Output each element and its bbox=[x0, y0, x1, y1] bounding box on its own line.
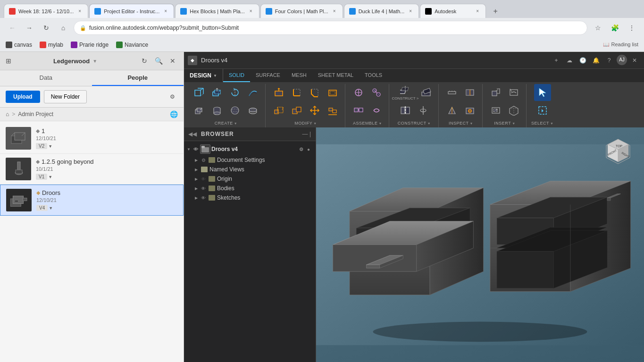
align-tool[interactable] bbox=[324, 102, 341, 119]
extension-button[interactable]: 🧩 bbox=[608, 21, 621, 34]
modify-dropdown-icon[interactable]: ▼ bbox=[313, 122, 317, 125]
history-icon[interactable]: 🕐 bbox=[577, 55, 588, 66]
insert-dropdown-icon[interactable]: ▼ bbox=[512, 122, 515, 125]
tab-hex-blocks[interactable]: Hex Blocks | Math Pla... × bbox=[175, 4, 259, 18]
cylinder-tool[interactable] bbox=[209, 102, 226, 119]
version-dropdown-icon[interactable]: ▼ bbox=[49, 206, 53, 210]
offset-plane-tool[interactable]: CONSTRUCT > bbox=[394, 84, 417, 101]
tab-people[interactable]: People bbox=[92, 70, 184, 86]
tree-item[interactable]: ▶ ⚙ Document Settings bbox=[184, 155, 316, 165]
visibility-icon[interactable]: 👁 bbox=[200, 185, 207, 192]
scale-tool[interactable] bbox=[270, 102, 287, 119]
home-button[interactable]: ⌂ bbox=[57, 21, 70, 34]
search-button[interactable]: 🔍 bbox=[153, 56, 164, 66]
select-tool[interactable] bbox=[534, 84, 551, 101]
list-item[interactable]: ◆ 1.2.5 going beyond 10/1/21 V1 ▼ bbox=[0, 154, 184, 185]
forward-button[interactable]: → bbox=[23, 21, 36, 34]
sweep-tool[interactable] bbox=[244, 84, 261, 101]
add-button[interactable]: + bbox=[551, 55, 562, 66]
torus-tool[interactable] bbox=[244, 102, 261, 119]
box-tool[interactable] bbox=[191, 102, 208, 119]
new-folder-button[interactable]: New Folder bbox=[44, 90, 87, 103]
press-pull-tool[interactable] bbox=[270, 84, 287, 101]
tree-item[interactable]: ▶ Named Views bbox=[184, 165, 316, 174]
tab-data[interactable]: Data bbox=[0, 70, 92, 86]
center-mass-tool[interactable] bbox=[461, 102, 478, 119]
tab-four-colors[interactable]: Four Colors | Math Pl... × bbox=[260, 4, 343, 18]
tab-close-week18[interactable]: × bbox=[76, 8, 83, 15]
viewport-3d[interactable]: TOP RIGHT FRONT bbox=[316, 127, 644, 362]
back-button[interactable]: ← bbox=[6, 21, 19, 34]
canvas-tool[interactable] bbox=[487, 102, 504, 119]
help-icon[interactable]: ? bbox=[603, 55, 615, 66]
bookmark-prarie[interactable]: Prarie ridge bbox=[71, 42, 109, 48]
bookmark-button[interactable]: ☆ bbox=[591, 21, 604, 34]
plane-angle-tool[interactable] bbox=[418, 84, 435, 101]
insert-derive-tool[interactable] bbox=[487, 84, 504, 101]
shell-tool[interactable] bbox=[324, 84, 341, 101]
list-item[interactable]: ◆ Droors 12/10/21 V4 ▼ bbox=[0, 185, 184, 216]
tree-item[interactable]: ▶ 👁 Bodies bbox=[184, 184, 316, 193]
close-panel-button[interactable]: ✕ bbox=[167, 56, 178, 66]
tab-close-duck[interactable]: × bbox=[407, 8, 414, 15]
fillet-tool[interactable] bbox=[288, 84, 305, 101]
tree-settings-icon[interactable]: ⚙ bbox=[298, 146, 304, 152]
list-item[interactable]: ◆ 1 12/10/21 V2 ▼ bbox=[0, 123, 184, 154]
tab-duck-life[interactable]: Duck Life 4 | Math... × bbox=[344, 4, 419, 18]
select-dropdown-icon[interactable]: ▼ bbox=[550, 122, 553, 125]
upload-button[interactable]: Upload bbox=[6, 91, 40, 103]
cloud-icon[interactable]: ☁ bbox=[564, 55, 575, 66]
new-tab-button[interactable]: + bbox=[489, 5, 502, 18]
browser-collapse-button[interactable]: — | bbox=[302, 131, 311, 137]
rigid-group-tool[interactable] bbox=[350, 102, 367, 119]
visibility-icon[interactable]: 👁 bbox=[200, 176, 207, 182]
tab-close-project[interactable]: × bbox=[162, 8, 169, 15]
axis-tool[interactable] bbox=[415, 102, 432, 119]
draft-analysis-tool[interactable] bbox=[443, 102, 460, 119]
tab-close-four[interactable]: × bbox=[331, 8, 338, 15]
revolve-tool[interactable] bbox=[226, 84, 243, 101]
new-component-tool[interactable] bbox=[191, 84, 208, 101]
refresh-button[interactable]: ↻ bbox=[139, 56, 150, 66]
import-3d-tool[interactable] bbox=[505, 102, 522, 119]
midplane-tool[interactable] bbox=[397, 102, 414, 119]
tab-solid[interactable]: SOLID bbox=[223, 69, 250, 82]
tree-root[interactable]: ▼ 👁 Droors v4 ⚙ ● bbox=[184, 143, 316, 155]
section-analysis-tool[interactable] bbox=[461, 84, 478, 101]
home-icon[interactable]: ⌂ bbox=[6, 111, 9, 118]
notification-icon[interactable]: 🔔 bbox=[590, 55, 602, 66]
address-bar[interactable]: 🔒 fusion.online.autodesk.com/webapp?subm… bbox=[74, 21, 587, 35]
visibility-icon[interactable]: 👁 bbox=[200, 194, 207, 201]
inspect-dropdown-icon[interactable]: ▼ bbox=[470, 122, 473, 125]
tab-sheet-metal[interactable]: SHEET METAL bbox=[312, 69, 359, 82]
extrude-tool[interactable] bbox=[209, 84, 226, 101]
browser-back-button[interactable]: ◀◀ bbox=[189, 130, 196, 138]
tab-autodesk[interactable]: Autodesk × bbox=[420, 4, 486, 18]
tab-surface[interactable]: SURFACE bbox=[250, 69, 286, 82]
tab-close-hex[interactable]: × bbox=[248, 8, 254, 15]
measure-tool[interactable] bbox=[443, 84, 460, 101]
move-tool[interactable] bbox=[306, 102, 323, 119]
create-dropdown-icon[interactable]: ▼ bbox=[234, 122, 237, 125]
version-dropdown-icon[interactable]: ▼ bbox=[48, 144, 52, 149]
construct-dropdown-icon[interactable]: ▼ bbox=[427, 122, 431, 125]
sphere-tool[interactable] bbox=[226, 102, 243, 119]
insert-svg-tool[interactable] bbox=[505, 84, 522, 101]
design-dropdown[interactable]: DESIGN ▼ bbox=[184, 69, 223, 82]
joint-tool[interactable] bbox=[368, 84, 385, 101]
assemble-dropdown-icon[interactable]: ▼ bbox=[379, 122, 382, 125]
tab-close-autodesk[interactable]: × bbox=[474, 8, 481, 15]
close-fusion-button[interactable]: ✕ bbox=[629, 55, 640, 66]
tree-options-icon[interactable]: ● bbox=[305, 146, 312, 152]
bookmark-mylab[interactable]: mylab bbox=[40, 42, 63, 48]
bookmark-canvas[interactable]: canvas bbox=[6, 42, 32, 48]
settings-icon[interactable]: ⚙ bbox=[167, 91, 178, 102]
combine-tool[interactable] bbox=[288, 102, 305, 119]
reading-list-button[interactable]: 📖 Reading list bbox=[603, 42, 638, 48]
motion-link-tool[interactable] bbox=[368, 102, 385, 119]
tree-item[interactable]: ▶ 👁 Sketches bbox=[184, 193, 316, 202]
tab-week18[interactable]: Week 18: 12/6 - 12/10... × bbox=[4, 4, 88, 18]
tab-project-editor[interactable]: Project Editor - Instruc... × bbox=[89, 4, 174, 18]
version-dropdown-icon[interactable]: ▼ bbox=[48, 175, 52, 179]
view-cube[interactable]: TOP RIGHT FRONT bbox=[602, 137, 635, 170]
